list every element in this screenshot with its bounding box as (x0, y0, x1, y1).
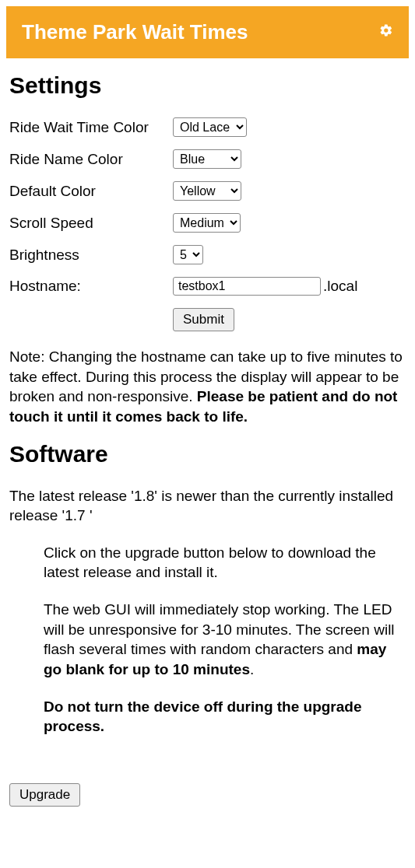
software-details: Click on the upgrade button below to dow… (44, 543, 406, 737)
select-default-color[interactable]: Yellow (173, 181, 241, 201)
row-hostname: Hostname: .local (9, 277, 406, 296)
label-hostname: Hostname: (9, 278, 173, 295)
upgrade-button[interactable]: Upgrade (9, 783, 80, 807)
gear-icon[interactable] (379, 23, 393, 41)
input-hostname[interactable] (173, 277, 321, 296)
page-header: Theme Park Wait Times (6, 6, 409, 58)
row-ride-wait-time-color: Ride Wait Time Color Old Lace (9, 117, 406, 137)
software-p3: Do not turn the device off during the up… (44, 697, 406, 737)
row-brightness: Brightness 5 (9, 245, 406, 264)
row-ride-name-color: Ride Name Color Blue (9, 149, 406, 169)
row-scroll-speed: Scroll Speed Medium (9, 213, 406, 233)
software-status: The latest release '1.8' is newer than t… (9, 486, 406, 526)
hostname-note: Note: Changing the hostname can take up … (9, 347, 406, 427)
label-scroll-speed: Scroll Speed (9, 215, 173, 232)
label-ride-wait-time-color: Ride Wait Time Color (9, 119, 173, 136)
software-heading: Software (9, 441, 406, 467)
select-ride-name-color[interactable]: Blue (173, 149, 241, 169)
select-scroll-speed[interactable]: Medium (173, 213, 241, 233)
submit-button[interactable]: Submit (173, 308, 234, 331)
select-ride-wait-time-color[interactable]: Old Lace (173, 117, 247, 137)
page-title: Theme Park Wait Times (22, 20, 248, 44)
software-p1: Click on the upgrade button below to dow… (44, 543, 406, 583)
select-brightness[interactable]: 5 (173, 245, 203, 264)
settings-heading: Settings (9, 72, 406, 99)
label-brightness: Brightness (9, 247, 173, 264)
label-ride-name-color: Ride Name Color (9, 151, 173, 168)
hostname-suffix: .local (323, 278, 357, 295)
software-p2: The web GUI will immediately stop workin… (44, 600, 406, 680)
label-default-color: Default Color (9, 183, 173, 200)
row-default-color: Default Color Yellow (9, 181, 406, 201)
